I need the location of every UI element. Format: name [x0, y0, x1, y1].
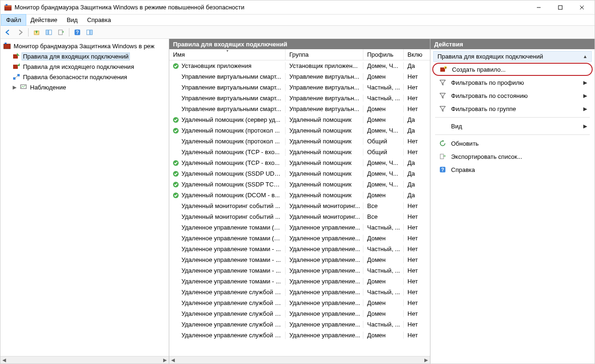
rule-row[interactable]: Управление виртуальными смарт...Управлен…: [169, 71, 430, 82]
tree-item-inbound[interactable]: Правила для входящих подключений: [1, 51, 168, 61]
column-enabled[interactable]: Вклю: [404, 49, 422, 60]
rule-row[interactable]: Удаленный мониторинг событий ...Удаленны…: [169, 211, 430, 222]
expand-icon[interactable]: ▶: [13, 84, 18, 90]
rule-name: Удаленное управление службой (...: [181, 299, 281, 306]
window-title: Монитор брандмауэра Защитника Windows в …: [15, 4, 528, 11]
column-name[interactable]: ▾Имя: [169, 49, 286, 60]
svg-rect-4: [558, 6, 562, 9]
rule-row[interactable]: Удаленный помощник (SSDP TCP ...Удаленны…: [169, 179, 430, 190]
show-hide-tree-button[interactable]: [43, 27, 54, 37]
rules-list-header: Правила для входящих подключений: [169, 39, 430, 49]
rule-name: Удаленный помощник (протокол ...: [181, 138, 280, 145]
rule-row[interactable]: Удаленное управление службой (...Удаленн…: [169, 297, 430, 308]
close-button[interactable]: [571, 0, 593, 15]
rule-row[interactable]: Удаленный помощник (TCP - вхо...Удаленны…: [169, 147, 430, 157]
tree-item-monitoring[interactable]: ▶ Наблюдение: [1, 82, 168, 92]
rule-row[interactable]: Удаленное управление службой (...Удаленн…: [169, 319, 430, 330]
rule-group: Удаленное управление...: [286, 332, 363, 339]
rule-row[interactable]: Удаленный помощник (сервер уд...Удаленны…: [169, 114, 430, 125]
rule-icon: [172, 321, 180, 328]
action-export[interactable]: Экспортировать список...: [432, 150, 593, 163]
rule-enabled: Да: [404, 181, 422, 188]
rule-row[interactable]: Удаленное управление службой (...Удаленн…: [169, 287, 430, 297]
rule-row[interactable]: Удаленное управление томами (R...Удаленн…: [169, 233, 430, 244]
enabled-check-icon: [172, 170, 180, 178]
collapse-icon[interactable]: ▲: [583, 54, 587, 59]
rule-profile: Частный, ...: [363, 321, 404, 328]
actions-group-header[interactable]: Правила для входящих подключений ▲: [433, 51, 592, 62]
rule-enabled: Да: [404, 159, 422, 166]
rule-name: Удаленный помощник (SSDP TCP ...: [181, 181, 281, 188]
column-profile[interactable]: Профиль: [363, 49, 404, 60]
action-filter-profile[interactable]: Фильтровать по профилю ▶: [432, 76, 593, 89]
svg-rect-10: [59, 30, 62, 35]
scroll-left-icon[interactable]: ◄: [169, 357, 177, 364]
menu-action[interactable]: Действие: [26, 15, 62, 25]
menu-view[interactable]: Вид: [62, 15, 83, 25]
rules-list[interactable]: ▾Имя Группа Профиль Вклю Установщик прил…: [169, 49, 430, 356]
rule-row[interactable]: Удаленный помощник (DCOM - в...Удаленный…: [169, 190, 430, 201]
action-view[interactable]: Вид ▶: [432, 119, 593, 133]
forward-button[interactable]: [15, 27, 26, 37]
filter-icon: [439, 92, 446, 99]
rule-row[interactable]: Удаленный мониторинг событий ...Удаленны…: [169, 201, 430, 211]
rule-row[interactable]: Удаленный помощник (протокол ...Удаленны…: [169, 136, 430, 147]
rule-group: Удаленное управление...: [286, 267, 363, 274]
svg-text:✦: ✦: [444, 67, 447, 69]
action-refresh[interactable]: Обновить: [432, 137, 593, 150]
rule-row[interactable]: Управление виртуальными смарт...Управлен…: [169, 82, 430, 93]
rule-row[interactable]: Удаленное управление службой (...Удаленн…: [169, 308, 430, 319]
rule-row[interactable]: Удаленное управление томами - ...Удаленн…: [169, 244, 430, 254]
minimize-button[interactable]: [528, 0, 550, 15]
rule-profile: Домен: [363, 116, 404, 123]
rule-row[interactable]: Удаленный помощник (TCP - вхо...Удаленны…: [169, 157, 430, 168]
rule-profile: Домен: [363, 105, 404, 112]
rule-row[interactable]: Удаленное управление томами - ...Удаленн…: [169, 276, 430, 287]
tree-item-outbound[interactable]: Правила для исходящего подключения: [1, 61, 168, 72]
scroll-right-icon[interactable]: ►: [422, 357, 430, 364]
rule-row[interactable]: Удаленное управление томами - ...Удаленн…: [169, 265, 430, 276]
export-list-button[interactable]: [55, 27, 67, 37]
up-button[interactable]: [31, 27, 42, 37]
rule-row[interactable]: Удаленный помощник (протокол ...Удаленны…: [169, 125, 430, 136]
rule-row[interactable]: Удаленное управление томами (R...Удаленн…: [169, 222, 430, 233]
svg-rect-2: [6, 4, 8, 6]
menu-help[interactable]: Справка: [83, 15, 116, 25]
column-group[interactable]: Группа: [286, 49, 363, 60]
svg-rect-18: [13, 65, 18, 69]
scroll-left-icon[interactable]: ◄: [0, 357, 8, 364]
action-help[interactable]: ? Справка: [432, 163, 593, 176]
scroll-right-icon[interactable]: ►: [161, 357, 169, 364]
list-horizontal-scrollbar[interactable]: ◄ ►: [169, 356, 430, 364]
maximize-button[interactable]: [550, 0, 571, 15]
action-new-rule[interactable]: ✦ Создать правило...: [432, 63, 593, 76]
rule-row[interactable]: Управление виртуальными смарт...Управлен…: [169, 93, 430, 104]
rule-row[interactable]: Удаленное управление службой (...Удаленн…: [169, 330, 430, 341]
rule-name: Удаленное управление томами - ...: [181, 267, 281, 274]
rule-enabled: Нет: [404, 84, 422, 91]
svg-rect-8: [46, 30, 48, 35]
show-hide-action-pane-button[interactable]: [84, 27, 95, 37]
tree-horizontal-scrollbar[interactable]: ◄ ►: [0, 356, 169, 364]
rule-row[interactable]: Удаленный помощник (SSDP UDP...Удаленный…: [169, 168, 430, 179]
tree[interactable]: Монитор брандмауэра Защитника Windows в …: [0, 39, 169, 356]
menu-file[interactable]: Файл: [1, 15, 26, 25]
tree-item-label: Правила безопасности подключения: [22, 74, 128, 81]
action-label: Экспортировать список...: [451, 153, 522, 160]
tree-root[interactable]: Монитор брандмауэра Защитника Windows в …: [1, 41, 168, 51]
rule-group: Удаленное управление...: [286, 245, 363, 253]
connection-security-icon: [13, 73, 20, 81]
rule-enabled: Нет: [404, 95, 422, 102]
tree-item-connection-security[interactable]: Правила безопасности подключения: [1, 72, 168, 82]
rule-row[interactable]: Удаленное управление томами - ...Удаленн…: [169, 254, 430, 265]
rule-row[interactable]: Установщик приложенияУстановщик приложен…: [169, 60, 430, 71]
action-filter-state[interactable]: Фильтровать по состоянию ▶: [432, 89, 593, 102]
rule-row[interactable]: Управление виртуальными смарт...Управлен…: [169, 104, 430, 114]
action-filter-group[interactable]: Фильтровать по группе ▶: [432, 102, 593, 115]
help-button[interactable]: ?: [72, 27, 83, 37]
rule-enabled: Да: [404, 192, 422, 199]
rule-enabled: Нет: [404, 299, 422, 306]
back-button[interactable]: [2, 27, 14, 37]
rule-profile: Частный, ...: [363, 245, 404, 253]
new-rule-icon: ✦: [440, 66, 447, 73]
